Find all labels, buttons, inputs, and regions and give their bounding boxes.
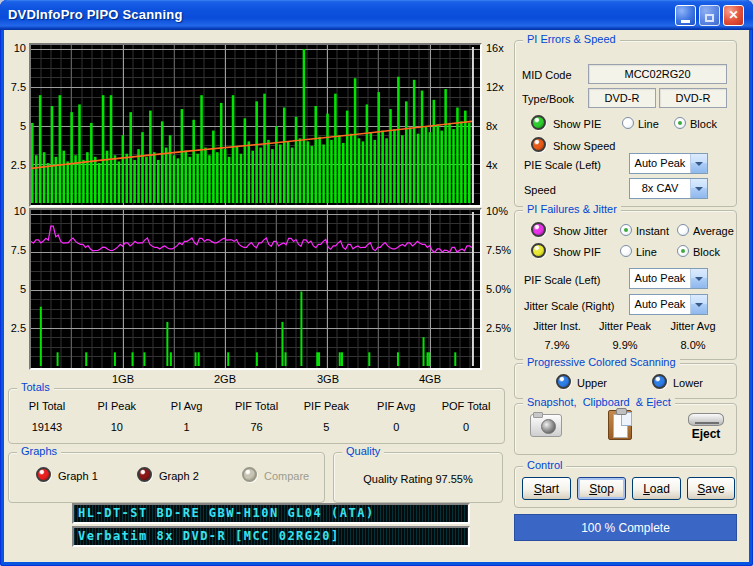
axis-tick: 3GB xyxy=(308,373,348,385)
jitter-avg-label: Jitter Avg xyxy=(660,320,726,332)
clipboard-page-icon xyxy=(621,412,632,426)
totals-header: PI Total xyxy=(12,400,82,412)
totals-value: 0 xyxy=(431,421,501,433)
progress-bar: 100 % Complete xyxy=(514,514,737,541)
jitter-scale-select[interactable]: Auto Peak xyxy=(629,294,708,315)
speed-label: Speed xyxy=(524,184,556,196)
save-button[interactable]: Save xyxy=(687,477,735,500)
lower-label: Lower xyxy=(673,377,703,389)
pie-graph-canvas[interactable] xyxy=(31,45,480,205)
group-label: Quality xyxy=(342,445,384,457)
compare-label: Compare xyxy=(264,470,309,482)
show-pif-led-button[interactable] xyxy=(531,243,546,258)
totals-group: Totals xyxy=(8,388,505,444)
group-label: Totals xyxy=(17,381,54,393)
show-pif-label: Show PIF xyxy=(553,246,601,258)
load-button[interactable]: Load xyxy=(632,477,681,500)
pif-scale-value: Auto Peak xyxy=(630,269,690,288)
graph2-led-button[interactable] xyxy=(137,467,152,482)
group-label: PI Errors & Speed xyxy=(523,33,620,45)
axis-tick: 4GB xyxy=(410,373,450,385)
titlebar[interactable]: DVDInfoPro PIPO Scanning ✕ xyxy=(0,0,753,30)
pie-graph-frame xyxy=(29,43,482,207)
show-jitter-label: Show Jitter xyxy=(553,225,607,237)
pif-graph-canvas[interactable] xyxy=(31,210,480,368)
axis-tick: 7.5 xyxy=(0,244,26,256)
type-book-label: Type/Book xyxy=(522,93,574,105)
pie-line-radio[interactable] xyxy=(622,117,634,129)
jitter-inst-value: 7.9% xyxy=(524,339,590,351)
progressive-scanning-group: Progressive Colored Scanning xyxy=(514,363,737,399)
pif-block-radio[interactable] xyxy=(677,245,689,257)
totals-header: PIF Peak xyxy=(291,400,361,412)
chevron-down-icon[interactable] xyxy=(690,269,707,288)
media-lcd-frame: Verbatim 8x DVD-R [MCC 02RG20] xyxy=(72,526,470,547)
totals-value: 10 xyxy=(82,421,152,433)
jitter-average-label: Average xyxy=(693,225,734,237)
jitter-scale-value: Auto Peak xyxy=(630,295,690,314)
pie-line-label: Line xyxy=(638,118,659,130)
axis-tick: 2GB xyxy=(205,373,245,385)
quality-rating-text: Quality Rating 97.55% xyxy=(338,473,498,485)
stop-button[interactable]: Stop xyxy=(577,477,626,500)
chevron-down-icon[interactable] xyxy=(690,154,707,173)
totals-value: 1 xyxy=(152,421,222,433)
totals-value: 19143 xyxy=(12,421,82,433)
chevron-down-icon[interactable] xyxy=(690,179,707,198)
start-button[interactable]: Start xyxy=(522,477,571,500)
jitter-peak-label: Jitter Peak xyxy=(592,320,658,332)
totals-header-row: PI Total PI Peak PI Avg PIF Total PIF Pe… xyxy=(12,400,501,412)
eject-drive-icon[interactable] xyxy=(688,413,724,426)
mid-code-value: MCC02RG20 xyxy=(588,64,727,84)
jitter-inst-label: Jitter Inst. xyxy=(524,320,590,332)
pie-block-radio[interactable] xyxy=(674,117,686,129)
eject-label[interactable]: Eject xyxy=(684,427,728,441)
upper-led-button[interactable] xyxy=(556,374,571,389)
lower-led-button[interactable] xyxy=(652,374,667,389)
compare-led-button xyxy=(242,467,257,482)
pie-scale-value: Auto Peak xyxy=(630,154,690,173)
graph2-label: Graph 2 xyxy=(159,470,199,482)
maximize-button[interactable] xyxy=(699,5,720,26)
pif-scale-label: PIF Scale (Left) xyxy=(524,274,600,286)
totals-value: 0 xyxy=(361,421,431,433)
show-pie-label: Show PIE xyxy=(553,118,601,130)
book-value: DVD-R xyxy=(659,88,727,108)
totals-header: PI Avg xyxy=(152,400,222,412)
pif-scale-select[interactable]: Auto Peak xyxy=(629,268,708,289)
group-label: Control xyxy=(523,459,566,471)
pie-scale-label: PIE Scale (Left) xyxy=(524,159,601,171)
close-button[interactable]: ✕ xyxy=(723,5,744,26)
upper-label: Upper xyxy=(577,377,607,389)
maximize-icon xyxy=(705,14,714,22)
pie-block-label: Block xyxy=(690,118,717,130)
totals-value: 76 xyxy=(222,421,292,433)
minimize-button[interactable] xyxy=(675,5,696,26)
pif-line-radio[interactable] xyxy=(620,245,632,257)
graph1-led-button[interactable] xyxy=(36,467,51,482)
chevron-down-icon[interactable] xyxy=(690,295,707,314)
graph1-label: Graph 1 xyxy=(58,470,98,482)
totals-header: PIF Avg xyxy=(361,400,431,412)
jitter-instant-radio[interactable] xyxy=(620,224,632,236)
snapshot-camera-icon[interactable] xyxy=(530,414,562,437)
axis-tick: 7.5 xyxy=(0,81,26,93)
jitter-peak-value: 9.9% xyxy=(592,339,658,351)
clipboard-icon[interactable] xyxy=(608,410,632,440)
totals-header: PIF Total xyxy=(222,400,292,412)
group-label: PI Failures & Jitter xyxy=(523,203,621,215)
minimize-icon xyxy=(681,20,690,23)
group-label: Progressive Colored Scanning xyxy=(523,356,680,368)
jitter-average-radio[interactable] xyxy=(677,224,689,236)
jitter-instant-label: Instant xyxy=(636,225,669,237)
speed-select[interactable]: 8x CAV xyxy=(629,178,708,199)
show-jitter-led-button[interactable] xyxy=(531,222,546,237)
axis-tick: 5 xyxy=(0,283,26,295)
progress-text: 100 % Complete xyxy=(581,521,670,535)
jitter-avg-value: 8.0% xyxy=(660,339,726,351)
pie-scale-select[interactable]: Auto Peak xyxy=(629,153,708,174)
show-pie-led-button[interactable] xyxy=(531,115,546,130)
pif-graph-frame xyxy=(29,208,482,370)
totals-header: PI Peak xyxy=(82,400,152,412)
show-speed-led-button[interactable] xyxy=(531,137,546,152)
